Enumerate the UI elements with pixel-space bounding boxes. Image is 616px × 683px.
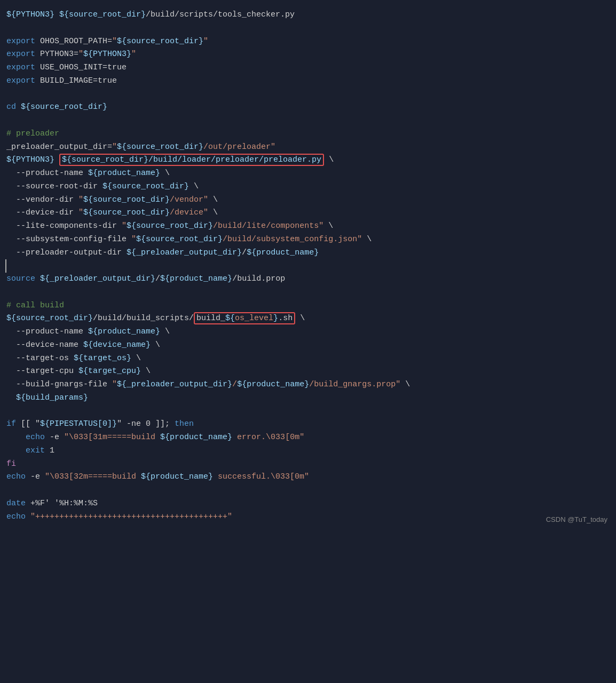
watermark: CSDN @TuT_today <box>546 514 607 526</box>
code-line: --device-name ${device_name} \ <box>6 339 610 352</box>
code-line: ${source_root_dir}/build/build_scripts/b… <box>6 312 610 325</box>
code-line: fi <box>6 458 610 471</box>
code-line: export BUILD_IMAGE=true <box>6 75 610 88</box>
code-line: exit 1 <box>6 444 610 458</box>
code-line: if [[ "${PIPESTATUS[0]}" -ne 0 ]]; then <box>6 418 610 431</box>
code-line: --target-cpu ${target_cpu} \ <box>6 365 610 378</box>
code-line: --lite-components-dir "${source_root_dir… <box>6 220 610 233</box>
code-line: ${PYTHON3} ${source_root_dir}/build/load… <box>6 154 610 167</box>
code-line <box>6 484 610 497</box>
code-line: --vendor-dir "${source_root_dir}/vendor"… <box>6 194 610 207</box>
code-line: --subsystem-config-file "${source_root_d… <box>6 233 610 247</box>
code-line: ${PYTHON3} ${source_root_dir}/build/scri… <box>6 9 610 22</box>
code-line: # preloader <box>6 128 610 141</box>
code-line: date +%F' '%H:%M:%S <box>6 497 610 511</box>
code-line <box>6 22 610 35</box>
code-line: --preloader-output-dir ${_preloader_outp… <box>6 247 610 260</box>
code-line: # call build <box>6 299 610 313</box>
code-line <box>6 88 610 101</box>
code-line: --target-os ${target_os} \ <box>6 352 610 366</box>
code-line: cd ${source_root_dir} <box>6 101 610 114</box>
code-line: _preloader_output_dir="${source_root_dir… <box>6 141 610 154</box>
code-line: --product-name ${product_name} \ <box>6 167 610 180</box>
code-line: export OHOS_ROOT_PATH="${source_root_dir… <box>6 35 610 49</box>
code-line: --device-dir "${source_root_dir}/device"… <box>6 207 610 220</box>
code-line: --product-name ${product_name} \ <box>6 325 610 339</box>
code-line: export USE_OHOS_INIT=true <box>6 61 610 75</box>
code-line <box>5 259 610 273</box>
code-block: ${PYTHON3} ${source_root_dir}/build/scri… <box>0 0 616 532</box>
code-line <box>6 286 610 299</box>
code-line: ${build_params} <box>6 392 610 405</box>
code-line: echo -e "\033[31m=====build ${product_na… <box>6 431 610 444</box>
code-line: source ${_preloader_output_dir}/${produc… <box>6 273 610 286</box>
code-line: export PYTHON3="${PYTHON3}" <box>6 48 610 61</box>
code-line: --build-gnargs-file "${_preloader_output… <box>6 378 610 392</box>
code-line <box>6 114 610 128</box>
code-line <box>6 405 610 418</box>
code-line: echo -e "\033[32m=====build ${product_na… <box>6 471 610 484</box>
code-line: --source-root-dir ${source_root_dir} \ <box>6 180 610 194</box>
code-line: echo "++++++++++++++++++++++++++++++++++… <box>6 511 610 524</box>
